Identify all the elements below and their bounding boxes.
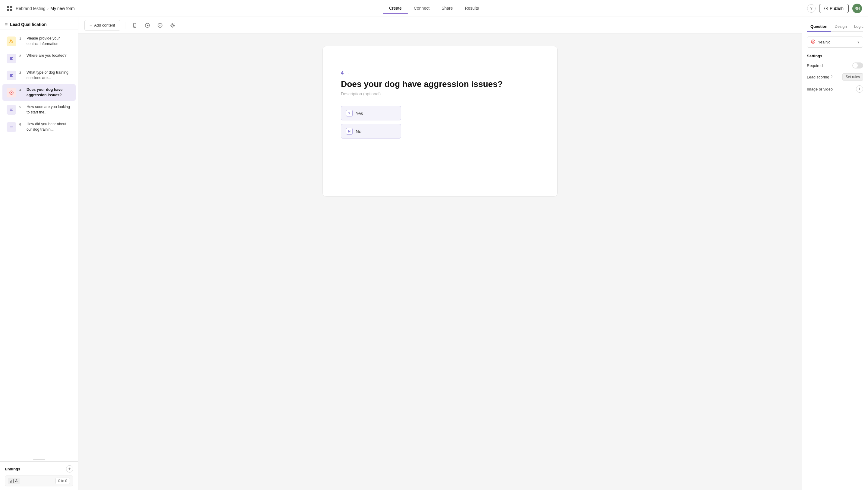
q5-text: How soon are you looking to start the... [27,105,71,115]
svg-rect-13 [10,109,13,109]
svg-rect-7 [10,74,13,75]
question-card: 4 → Does your dog have aggression issues… [322,46,558,197]
answer-no-text: No [355,129,361,134]
q1-num: 1 [19,36,24,40]
chevron-down-icon: ▾ [858,40,859,45]
top-nav-left: Rebrand testing › My new form [6,5,75,12]
answer-yes-text: Yes [355,111,363,116]
sidebar-item-q4[interactable]: 4 Does your dog have aggression issues? [2,84,76,101]
tab-create[interactable]: Create [383,3,408,13]
breadcrumb-parent[interactable]: Rebrand testing [16,6,45,11]
q1-text: Please provide your contact information [27,36,71,47]
q2-text: Where are you located? [27,53,67,59]
svg-rect-18 [10,127,13,128]
q4-icon [7,88,16,97]
svg-rect-14 [10,110,12,110]
brand-grid-icon [6,5,13,12]
add-ending-button[interactable]: + [66,465,73,472]
sidebar-item-q1[interactable]: 1 Please provide your contact informatio… [2,33,76,50]
q3-icon [7,70,16,80]
q3-num: 3 [19,70,24,75]
toolbar: + Add content [79,17,802,34]
mobile-view-button[interactable] [130,21,139,30]
ending-item-a[interactable]: A 0 to 0 [5,475,73,486]
preview-button[interactable] [143,21,152,30]
tab-question[interactable]: Question [807,22,831,32]
ending-left: A [8,478,20,484]
canvas-area: 4 → Does your dog have aggression issues… [79,34,802,490]
sidebar-item-q6[interactable]: 6 How did you hear about our dog trainin… [2,119,76,135]
sidebar-header: ≡ Lead Qualification [0,17,78,30]
top-nav: Rebrand testing › My new form Create Con… [0,0,868,17]
ending-range: 0 to 0 [56,478,70,484]
play-preview-icon [145,23,150,28]
lead-scoring-label: Lead scoring [807,75,829,79]
svg-point-26 [161,25,161,25]
tab-share[interactable]: Share [435,3,459,13]
user-avatar[interactable]: RH [852,4,862,13]
tab-connect[interactable]: Connect [408,3,435,13]
help-button[interactable]: ? [807,4,815,13]
settings-button[interactable] [168,21,177,30]
publish-button[interactable]: Publish [819,4,849,13]
add-content-button[interactable]: + Add content [84,20,120,31]
ending-label: A [15,479,18,483]
svg-rect-9 [10,76,13,77]
endings-title: Endings [5,467,20,471]
answer-yes[interactable]: Y Yes [341,106,401,120]
tab-design[interactable]: Design [831,22,850,32]
tab-results[interactable]: Results [459,3,485,13]
q4-text: Does your dog have aggression issues? [27,87,71,98]
lead-scoring-row: Lead scoring ? Set rules [807,73,863,81]
share-preview-button[interactable] [156,21,164,30]
svg-rect-6 [10,59,13,60]
svg-rect-16 [10,126,13,126]
top-nav-center: Create Connect Share Results [383,3,485,13]
type-selector[interactable]: Yes/No ▾ [807,36,863,48]
q6-num: 6 [19,122,24,126]
sidebar-item-q2[interactable]: 2 Where are you located? [2,50,76,66]
required-setting-row: Required [807,62,863,68]
question-title[interactable]: Does your dog have aggression issues? [341,79,533,89]
sidebar-questions: 1 Please provide your contact informatio… [0,30,78,458]
answer-no[interactable]: N No [341,124,401,139]
q1-icon [7,36,16,46]
svg-marker-22 [147,24,149,26]
svg-rect-4 [10,57,13,58]
q6-text: How did you hear about our dog trainin..… [27,122,71,132]
q6-icon [7,122,16,132]
mobile-icon [132,23,137,28]
q2-icon [7,54,16,63]
sidebar: ≡ Lead Qualification 1 Please provide yo… [0,17,79,490]
question-header: 4 → [341,70,533,76]
q5-icon [7,105,16,115]
scroll-indicator [0,458,78,461]
svg-rect-8 [10,75,12,76]
image-video-row: Image or video + [807,85,863,93]
play-icon [824,7,828,10]
lead-scoring-left: Lead scoring ? [807,75,832,79]
svg-rect-5 [10,58,12,59]
tab-logic[interactable]: Logic [850,22,867,32]
info-icon[interactable]: ? [830,75,832,79]
sidebar-item-q5[interactable]: 5 How soon are you looking to start the.… [2,102,76,118]
breadcrumb-current: My new form [51,6,75,11]
top-nav-right: ? Publish RH [807,4,862,13]
ending-icon-wrap: A [8,478,20,484]
required-label: Required [807,63,823,68]
add-media-button[interactable]: + [856,85,863,93]
toggle-thumb [853,63,858,68]
required-toggle[interactable] [852,62,863,68]
right-panel: Question Design Logic Yes/No ▾ Settings … [802,17,868,490]
q4-num: 4 [19,87,24,92]
set-rules-button[interactable]: Set rules [842,73,863,81]
svg-point-3 [11,41,13,43]
answer-no-key: N [346,128,352,135]
q3-text: What type of dog training sessions are..… [27,70,71,81]
question-description[interactable]: Description (optional) [341,91,533,96]
svg-point-2 [10,39,12,41]
svg-point-20 [134,26,135,27]
sidebar-item-q3[interactable]: 3 What type of dog training sessions are… [2,67,76,84]
type-label: Yes/No [818,40,830,45]
type-icon [811,39,815,45]
